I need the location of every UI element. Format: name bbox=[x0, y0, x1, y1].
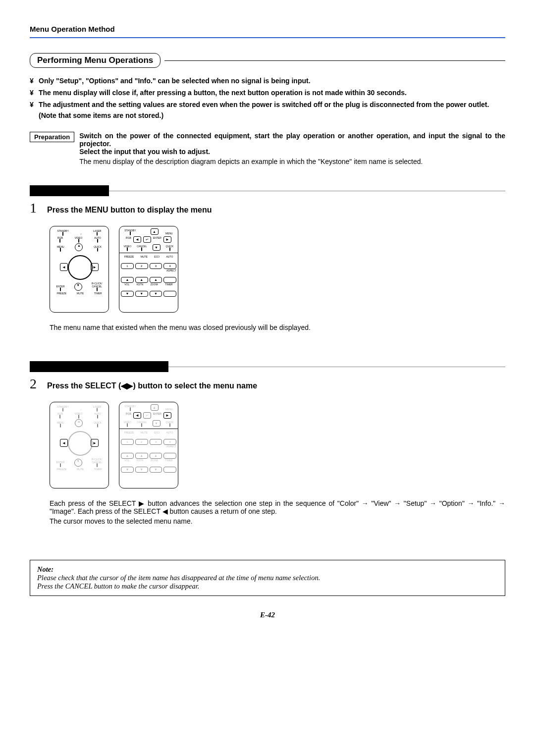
enter-btn-icon: ↵ bbox=[143, 236, 151, 243]
auto-btn-icon bbox=[97, 239, 98, 243]
up-arrow-icon bbox=[151, 404, 159, 411]
lbl-zoom: ZOOM bbox=[151, 283, 158, 286]
nav-ring-icon bbox=[68, 255, 93, 280]
up-arrow-icon bbox=[151, 228, 159, 235]
nav-pad bbox=[62, 430, 97, 455]
arrow-grid bbox=[121, 453, 176, 459]
down-arrow-icon bbox=[135, 291, 148, 297]
arrow-grid-2 bbox=[121, 291, 176, 297]
step-heading: 2 Press the SELECT (◀▶) button to select… bbox=[30, 376, 505, 392]
enter-btn-icon bbox=[60, 463, 61, 467]
number-grid: 1234 bbox=[121, 439, 176, 445]
cancel-btn-icon bbox=[97, 463, 98, 467]
lbl-enter: ENTER bbox=[153, 236, 161, 243]
laser-btn-icon bbox=[97, 408, 98, 412]
lbl-zoom: ZOOM bbox=[151, 459, 158, 462]
bullet-list: Only "Setup", "Options" and "Info." can … bbox=[30, 77, 505, 119]
body-text: Each press of the SELECT ▶ button advanc… bbox=[50, 499, 505, 515]
auto-btn-icon bbox=[97, 415, 98, 419]
left-arrow-icon bbox=[60, 439, 68, 447]
blank-btn-icon bbox=[163, 467, 176, 473]
up-arrow-icon bbox=[150, 277, 162, 283]
note-box: Note: Please check that the cursor of th… bbox=[30, 560, 505, 596]
lbl-aspect: ASPECT bbox=[121, 269, 176, 272]
lbl-mute: MUTE bbox=[77, 292, 84, 295]
down-arrow-icon bbox=[150, 291, 162, 297]
num-2-icon: 2 bbox=[135, 263, 148, 269]
standby-btn-icon bbox=[130, 231, 131, 235]
bullet-item: Only "Setup", "Options" and "Info." can … bbox=[30, 77, 505, 85]
lbl-timer: TIMER bbox=[165, 283, 173, 286]
quick-btn-icon bbox=[97, 248, 98, 252]
num-4-icon: 4 bbox=[163, 439, 176, 445]
step-title: Press the SELECT (◀▶) button to select t… bbox=[47, 381, 257, 390]
step-2-body: Each press of the SELECT ▶ button advanc… bbox=[50, 499, 505, 525]
lbl-menu: MENU bbox=[165, 232, 173, 235]
section-rule bbox=[164, 60, 505, 61]
arrow-grid bbox=[121, 277, 176, 283]
lbl-mute: MUTE bbox=[141, 431, 148, 434]
lbl-mute: MUTE bbox=[141, 255, 148, 258]
quick-btn-icon bbox=[97, 424, 98, 428]
lbl-eco: ECO bbox=[154, 255, 160, 258]
black-bar bbox=[30, 361, 168, 372]
bullet-item: The menu display will close if, after pr… bbox=[30, 89, 505, 97]
remote-illustrations: STANDBY○LASER RGBVIDEOAUTO MENUQUICK ENT… bbox=[50, 402, 505, 488]
num-1-icon: 1 bbox=[121, 263, 134, 269]
step-title: Press the MENU button to display the men… bbox=[47, 206, 212, 215]
separator bbox=[119, 429, 178, 429]
right-arrow-icon bbox=[91, 439, 99, 447]
menu-btn-icon bbox=[60, 248, 61, 252]
remote-illustrations: STANDBY○LASER RGBVIDEOAUTO MENUQUICK ENT… bbox=[50, 226, 505, 313]
lbl-kstn: KSTN bbox=[137, 459, 143, 462]
remote-diagram-b: STANDBYMENU RGB↵ENTER VIDEOCANCELQUICK F… bbox=[119, 226, 178, 313]
quick-btn-icon bbox=[169, 247, 170, 251]
step-1: 1 Press the MENU button to display the m… bbox=[30, 185, 505, 331]
down-arrow-icon bbox=[74, 459, 82, 467]
cancel-btn-icon bbox=[141, 423, 142, 427]
lbl-timer: TIMER bbox=[165, 459, 173, 462]
nav-ring-icon bbox=[68, 431, 93, 456]
lbl-timer: TIMER bbox=[94, 292, 102, 295]
bullet-text: The adjustment and the setting values ar… bbox=[39, 101, 489, 108]
menu-btn-icon bbox=[60, 424, 61, 428]
prep-bold-1: Switch on the power of the connected equ… bbox=[79, 132, 505, 148]
blank-btn-icon bbox=[163, 453, 176, 459]
up-arrow-icon bbox=[121, 453, 134, 459]
note-line: Please check that the cursor of the item… bbox=[37, 574, 498, 582]
up-arrow-icon bbox=[150, 453, 162, 459]
bullet-item: The adjustment and the setting values ar… bbox=[30, 101, 505, 119]
lbl-menu: MENU bbox=[165, 408, 173, 411]
step-1-body: The menu name that existed when the menu… bbox=[50, 324, 505, 331]
remote-diagram-a: STANDBY○LASER RGBVIDEOAUTO MENUQUICK ENT… bbox=[50, 402, 109, 488]
lbl-freeze: FREEZE bbox=[56, 468, 66, 471]
step-number: 2 bbox=[30, 376, 47, 392]
enter-btn-icon bbox=[60, 287, 61, 291]
quick-btn-icon bbox=[169, 423, 170, 427]
preparation-label: Preparation bbox=[30, 132, 74, 142]
lbl-auto: AUTO bbox=[166, 255, 173, 258]
left-arrow-icon bbox=[60, 263, 68, 271]
cancel-btn-icon bbox=[97, 287, 98, 291]
black-bar bbox=[30, 185, 109, 196]
up-arrow-icon bbox=[75, 419, 83, 427]
up-arrow-icon bbox=[121, 277, 134, 283]
lbl-freeze: FREEZE bbox=[124, 255, 134, 258]
nav-pad bbox=[62, 254, 97, 279]
standby-btn-icon bbox=[130, 407, 131, 411]
preparation-text: Switch on the power of the connected equ… bbox=[79, 132, 505, 165]
video-btn-icon bbox=[78, 415, 79, 419]
preparation-block: Preparation Switch on the power of the c… bbox=[30, 132, 505, 165]
rgb-btn-icon bbox=[59, 239, 60, 243]
lbl-mute: MUTE bbox=[77, 468, 84, 471]
down-arrow-icon bbox=[150, 467, 162, 473]
number-grid: 1234 bbox=[121, 263, 176, 269]
step-number: 1 bbox=[30, 200, 47, 216]
lbl-vol: VOL bbox=[124, 283, 129, 286]
standby-btn-icon bbox=[62, 408, 63, 412]
right-arrow-icon bbox=[163, 236, 171, 243]
video-btn-icon bbox=[127, 247, 128, 251]
separator bbox=[119, 253, 178, 253]
lbl-eco: ECO bbox=[154, 431, 160, 434]
down-arrow-icon bbox=[135, 467, 148, 473]
